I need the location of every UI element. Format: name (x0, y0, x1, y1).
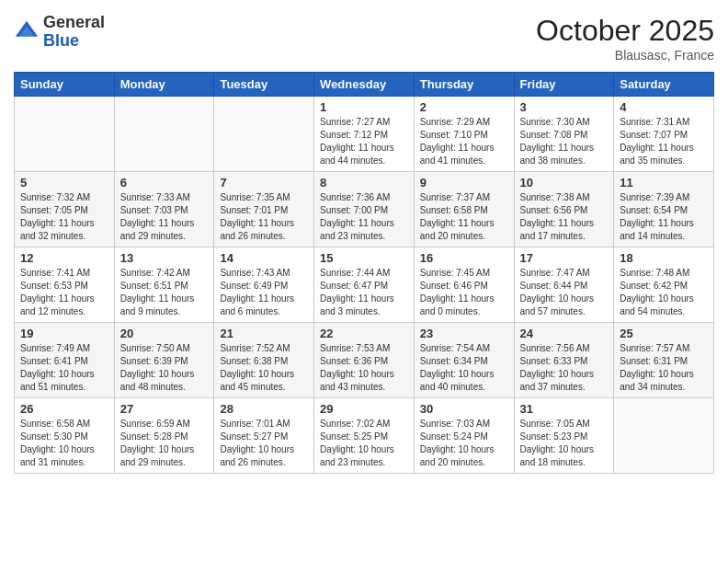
calendar-cell: 14Sunrise: 7:43 AM Sunset: 6:49 PM Dayli… (214, 247, 314, 323)
weekday-header-sunday: Sunday (15, 73, 115, 97)
day-info: Sunrise: 7:03 AM Sunset: 5:24 PM Dayligh… (420, 418, 508, 469)
day-info: Sunrise: 7:41 AM Sunset: 6:53 PM Dayligh… (20, 267, 108, 318)
day-number: 30 (420, 402, 508, 416)
calendar-cell (114, 97, 214, 172)
day-info: Sunrise: 7:54 AM Sunset: 6:34 PM Dayligh… (420, 342, 508, 394)
calendar-week-row: 12Sunrise: 7:41 AM Sunset: 6:53 PM Dayli… (15, 247, 714, 323)
day-number: 22 (320, 327, 408, 340)
day-info: Sunrise: 7:02 AM Sunset: 5:25 PM Dayligh… (320, 418, 408, 469)
calendar-cell: 27Sunrise: 6:59 AM Sunset: 5:28 PM Dayli… (114, 398, 214, 474)
calendar-cell: 2Sunrise: 7:29 AM Sunset: 7:10 PM Daylig… (414, 97, 514, 172)
calendar-cell: 4Sunrise: 7:31 AM Sunset: 7:07 PM Daylig… (614, 97, 714, 172)
day-number: 1 (320, 100, 408, 114)
weekday-header-friday: Friday (514, 73, 614, 97)
day-number: 10 (520, 176, 609, 190)
page-header: General Blue October 2025 Blausasc, Fran… (14, 14, 714, 63)
calendar-cell: 12Sunrise: 7:41 AM Sunset: 6:53 PM Dayli… (15, 247, 115, 323)
day-number: 3 (520, 100, 609, 114)
logo-blue-text: Blue (43, 31, 79, 50)
day-info: Sunrise: 7:47 AM Sunset: 6:44 PM Dayligh… (520, 267, 609, 318)
weekday-header-saturday: Saturday (614, 73, 714, 97)
calendar-cell: 29Sunrise: 7:02 AM Sunset: 5:25 PM Dayli… (314, 398, 415, 474)
day-info: Sunrise: 7:32 AM Sunset: 7:05 PM Dayligh… (20, 191, 108, 243)
logo-icon (14, 19, 40, 45)
day-info: Sunrise: 7:37 AM Sunset: 6:58 PM Dayligh… (420, 191, 508, 243)
calendar-week-row: 1Sunrise: 7:27 AM Sunset: 7:12 PM Daylig… (15, 97, 714, 172)
day-info: Sunrise: 7:52 AM Sunset: 6:38 PM Dayligh… (220, 342, 308, 394)
day-number: 17 (520, 251, 609, 265)
day-number: 25 (620, 327, 708, 340)
day-number: 18 (620, 251, 708, 265)
calendar-cell: 24Sunrise: 7:56 AM Sunset: 6:33 PM Dayli… (514, 323, 614, 398)
calendar-week-row: 26Sunrise: 6:58 AM Sunset: 5:30 PM Dayli… (15, 398, 714, 474)
day-info: Sunrise: 7:50 AM Sunset: 6:39 PM Dayligh… (120, 342, 209, 394)
calendar-cell: 25Sunrise: 7:57 AM Sunset: 6:31 PM Dayli… (614, 323, 714, 398)
calendar-cell: 6Sunrise: 7:33 AM Sunset: 7:03 PM Daylig… (114, 172, 214, 247)
day-info: Sunrise: 7:44 AM Sunset: 6:47 PM Dayligh… (320, 267, 408, 318)
day-info: Sunrise: 7:48 AM Sunset: 6:42 PM Dayligh… (620, 267, 708, 318)
day-number: 13 (120, 251, 209, 265)
calendar-table: SundayMondayTuesdayWednesdayThursdayFrid… (14, 72, 714, 474)
day-info: Sunrise: 7:01 AM Sunset: 5:27 PM Dayligh… (220, 418, 308, 469)
day-info: Sunrise: 7:42 AM Sunset: 6:51 PM Dayligh… (120, 267, 209, 318)
calendar-cell: 15Sunrise: 7:44 AM Sunset: 6:47 PM Dayli… (314, 247, 415, 323)
location-text: Blausasc, France (536, 48, 714, 63)
day-info: Sunrise: 7:45 AM Sunset: 6:46 PM Dayligh… (420, 267, 508, 318)
logo: General Blue (14, 14, 105, 51)
day-number: 31 (520, 402, 609, 416)
calendar-cell: 30Sunrise: 7:03 AM Sunset: 5:24 PM Dayli… (414, 398, 514, 474)
day-number: 24 (520, 327, 609, 340)
weekday-header-tuesday: Tuesday (214, 73, 314, 97)
day-info: Sunrise: 6:59 AM Sunset: 5:28 PM Dayligh… (120, 418, 209, 469)
day-info: Sunrise: 7:31 AM Sunset: 7:07 PM Dayligh… (620, 116, 708, 167)
month-title: October 2025 (536, 14, 714, 48)
calendar-week-row: 5Sunrise: 7:32 AM Sunset: 7:05 PM Daylig… (15, 172, 714, 247)
calendar-cell: 18Sunrise: 7:48 AM Sunset: 6:42 PM Dayli… (614, 247, 714, 323)
calendar-cell: 16Sunrise: 7:45 AM Sunset: 6:46 PM Dayli… (414, 247, 514, 323)
day-number: 20 (120, 327, 209, 340)
day-info: Sunrise: 7:56 AM Sunset: 6:33 PM Dayligh… (520, 342, 609, 394)
day-info: Sunrise: 7:57 AM Sunset: 6:31 PM Dayligh… (620, 342, 708, 394)
day-info: Sunrise: 7:35 AM Sunset: 7:01 PM Dayligh… (220, 191, 308, 243)
weekday-header-thursday: Thursday (414, 73, 514, 97)
day-info: Sunrise: 6:58 AM Sunset: 5:30 PM Dayligh… (20, 418, 108, 469)
day-number: 19 (20, 327, 108, 340)
calendar-cell: 26Sunrise: 6:58 AM Sunset: 5:30 PM Dayli… (15, 398, 115, 474)
weekday-header-wednesday: Wednesday (314, 73, 415, 97)
calendar-cell: 19Sunrise: 7:49 AM Sunset: 6:41 PM Dayli… (15, 323, 115, 398)
day-number: 15 (320, 251, 408, 265)
day-info: Sunrise: 7:33 AM Sunset: 7:03 PM Dayligh… (120, 191, 209, 243)
day-info: Sunrise: 7:38 AM Sunset: 6:56 PM Dayligh… (520, 191, 609, 243)
calendar-cell (614, 398, 714, 474)
day-number: 14 (220, 251, 308, 265)
day-info: Sunrise: 7:53 AM Sunset: 6:36 PM Dayligh… (320, 342, 408, 394)
logo-general-text: General (43, 13, 105, 31)
day-number: 5 (20, 176, 108, 190)
day-info: Sunrise: 7:36 AM Sunset: 7:00 PM Dayligh… (320, 191, 408, 243)
calendar-cell: 28Sunrise: 7:01 AM Sunset: 5:27 PM Dayli… (214, 398, 314, 474)
calendar-cell (15, 97, 115, 172)
calendar-cell: 23Sunrise: 7:54 AM Sunset: 6:34 PM Dayli… (414, 323, 514, 398)
day-number: 8 (320, 176, 408, 190)
day-info: Sunrise: 7:43 AM Sunset: 6:49 PM Dayligh… (220, 267, 308, 318)
day-number: 27 (120, 402, 209, 416)
calendar-week-row: 19Sunrise: 7:49 AM Sunset: 6:41 PM Dayli… (15, 323, 714, 398)
calendar-cell: 13Sunrise: 7:42 AM Sunset: 6:51 PM Dayli… (114, 247, 214, 323)
day-number: 23 (420, 327, 508, 340)
calendar-cell: 3Sunrise: 7:30 AM Sunset: 7:08 PM Daylig… (514, 97, 614, 172)
day-info: Sunrise: 7:27 AM Sunset: 7:12 PM Dayligh… (320, 116, 408, 167)
day-info: Sunrise: 7:29 AM Sunset: 7:10 PM Dayligh… (420, 116, 508, 167)
calendar-cell: 20Sunrise: 7:50 AM Sunset: 6:39 PM Dayli… (114, 323, 214, 398)
calendar-cell: 21Sunrise: 7:52 AM Sunset: 6:38 PM Dayli… (214, 323, 314, 398)
day-number: 7 (220, 176, 308, 190)
calendar-cell: 11Sunrise: 7:39 AM Sunset: 6:54 PM Dayli… (614, 172, 714, 247)
day-info: Sunrise: 7:39 AM Sunset: 6:54 PM Dayligh… (620, 191, 708, 243)
weekday-header-monday: Monday (114, 73, 214, 97)
calendar-cell: 7Sunrise: 7:35 AM Sunset: 7:01 PM Daylig… (214, 172, 314, 247)
day-number: 28 (220, 402, 308, 416)
calendar-cell: 22Sunrise: 7:53 AM Sunset: 6:36 PM Dayli… (314, 323, 415, 398)
calendar-cell: 17Sunrise: 7:47 AM Sunset: 6:44 PM Dayli… (514, 247, 614, 323)
day-number: 4 (620, 100, 708, 114)
day-number: 29 (320, 402, 408, 416)
day-info: Sunrise: 7:05 AM Sunset: 5:23 PM Dayligh… (520, 418, 609, 469)
